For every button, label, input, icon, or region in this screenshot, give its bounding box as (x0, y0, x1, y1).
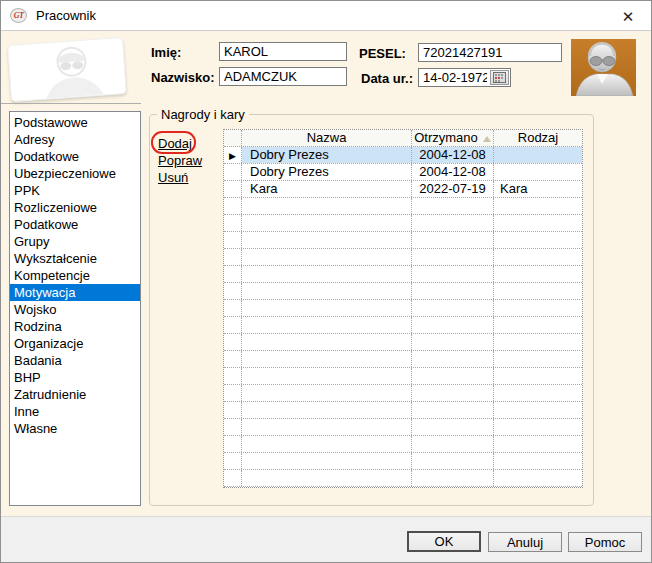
column-header-rodzaj[interactable]: Rodzaj (494, 130, 582, 146)
sidebar-item[interactable]: Podatkowe (10, 216, 140, 233)
table-row[interactable]: ▶ (224, 317, 582, 334)
table-row[interactable]: ▶ (224, 198, 582, 215)
table-row[interactable]: ▶ (224, 266, 582, 283)
column-header-otrzymano-label: Otrzymano (414, 130, 478, 145)
column-header-nazwa[interactable]: Nazwa (242, 130, 412, 146)
first-name-field[interactable] (219, 42, 347, 61)
sort-ascending-icon (483, 136, 491, 142)
cell-nazwa (242, 402, 412, 418)
row-indicator-cell: ▶ (224, 385, 242, 401)
delete-link[interactable]: Usuń (158, 170, 188, 185)
pesel-label: PESEL: (359, 46, 406, 61)
last-name-field[interactable] (219, 67, 347, 86)
cancel-button[interactable]: Anuluj (488, 532, 562, 552)
cell-otrzymano (412, 334, 494, 350)
table-row[interactable]: ▶ Kara 2022-07-19 Kara (224, 181, 582, 198)
table-row[interactable]: ▶ (224, 368, 582, 385)
row-indicator-cell: ▶ (224, 249, 242, 265)
sidebar-item[interactable]: Dodatkowe (10, 148, 140, 165)
cell-rodzaj (494, 215, 582, 231)
table-row[interactable]: ▶ (224, 470, 582, 487)
edit-link[interactable]: Popraw (158, 153, 202, 168)
cell-otrzymano (412, 266, 494, 282)
table-row[interactable]: ▶ Dobry Prezes 2004-12-08 (224, 164, 582, 181)
table-row[interactable]: ▶ (224, 453, 582, 470)
sidebar-item[interactable]: PPK (10, 182, 140, 199)
table-row[interactable]: ▶ (224, 436, 582, 453)
close-button[interactable]: ✕ (613, 3, 643, 29)
table-row[interactable]: ▶ (224, 249, 582, 266)
row-indicator-cell: ▶ (224, 164, 242, 180)
pesel-field[interactable] (418, 43, 562, 62)
calendar-button[interactable] (490, 70, 509, 85)
sidebar-item[interactable]: Organizacje (10, 335, 140, 352)
help-button[interactable]: Pomoc (568, 532, 642, 552)
sidebar-item[interactable]: Grupy (10, 233, 140, 250)
table-row[interactable]: ▶ (224, 419, 582, 436)
cell-otrzymano: 2004-12-08 (412, 147, 494, 163)
cell-otrzymano (412, 198, 494, 214)
cell-rodzaj (494, 232, 582, 248)
table-row[interactable]: ▶ Dobry Prezes 2004-12-08 (224, 147, 582, 164)
cell-rodzaj (494, 164, 582, 180)
cell-otrzymano (412, 385, 494, 401)
row-indicator-cell: ▶ (224, 300, 242, 316)
table-row[interactable]: ▶ (224, 334, 582, 351)
header-divider (1, 103, 141, 104)
cell-rodzaj (494, 147, 582, 163)
table-row[interactable]: ▶ (224, 215, 582, 232)
cell-otrzymano (412, 232, 494, 248)
sidebar-item[interactable]: Rozliczeniowe (10, 199, 140, 216)
cell-rodzaj (494, 436, 582, 452)
gt-app-icon-text: GT (14, 11, 24, 20)
sidebar-item[interactable]: Badania (10, 352, 140, 369)
sidebar-item[interactable]: Wojsko (10, 301, 140, 318)
cell-nazwa (242, 198, 412, 214)
column-header-otrzymano[interactable]: Otrzymano (412, 130, 494, 146)
cell-otrzymano (412, 351, 494, 367)
sidebar-item[interactable]: Podstawowe (10, 114, 140, 131)
dialog-footer: OK Anuluj Pomoc (1, 516, 651, 563)
row-indicator-cell: ▶ (224, 334, 242, 350)
sidebar-item[interactable]: Inne (10, 403, 140, 420)
add-link[interactable]: Dodaj (158, 136, 192, 151)
sidebar-item[interactable]: Rodzina (10, 318, 140, 335)
row-indicator-header (224, 130, 242, 146)
cell-otrzymano (412, 419, 494, 435)
cell-rodzaj (494, 385, 582, 401)
awards-group-title: Nagrody i kary (157, 107, 249, 122)
sidebar-item[interactable]: Zatrudnienie (10, 386, 140, 403)
employee-card-watermark (7, 37, 127, 102)
cell-nazwa (242, 368, 412, 384)
awards-table-header: Nazwa Otrzymano Rodzaj (224, 130, 582, 147)
sidebar-item[interactable]: Własne (10, 420, 140, 437)
awards-table: Nazwa Otrzymano Rodzaj ▶ Dobry Prezes 20… (223, 129, 583, 488)
cell-nazwa (242, 283, 412, 299)
table-row[interactable]: ▶ (224, 351, 582, 368)
table-row[interactable]: ▶ (224, 402, 582, 419)
cell-nazwa: Dobry Prezes (242, 164, 412, 180)
cell-nazwa (242, 266, 412, 282)
first-name-label: Imię: (151, 45, 181, 60)
sidebar-item[interactable]: BHP (10, 369, 140, 386)
cell-nazwa (242, 351, 412, 367)
employee-photo (571, 39, 636, 96)
category-list[interactable]: Podstawowe Adresy Dodatkowe Ubezpieczeni… (9, 111, 141, 506)
row-indicator-cell: ▶ (224, 419, 242, 435)
cell-otrzymano (412, 317, 494, 333)
title-bar: GT Pracownik ✕ (1, 1, 651, 31)
cell-otrzymano (412, 300, 494, 316)
sidebar-item[interactable]: Motywacja (10, 284, 140, 301)
sidebar-item[interactable]: Kompetencje (10, 267, 140, 284)
ok-button[interactable]: OK (407, 531, 481, 552)
table-row[interactable]: ▶ (224, 300, 582, 317)
cell-otrzymano (412, 368, 494, 384)
table-row[interactable]: ▶ (224, 232, 582, 249)
sidebar-item[interactable]: Wykształcenie (10, 250, 140, 267)
row-indicator-cell: ▶ (224, 351, 242, 367)
sidebar-item[interactable]: Adresy (10, 131, 140, 148)
table-row[interactable]: ▶ (224, 385, 582, 402)
cell-nazwa (242, 232, 412, 248)
table-row[interactable]: ▶ (224, 283, 582, 300)
sidebar-item[interactable]: Ubezpieczeniowe (10, 165, 140, 182)
